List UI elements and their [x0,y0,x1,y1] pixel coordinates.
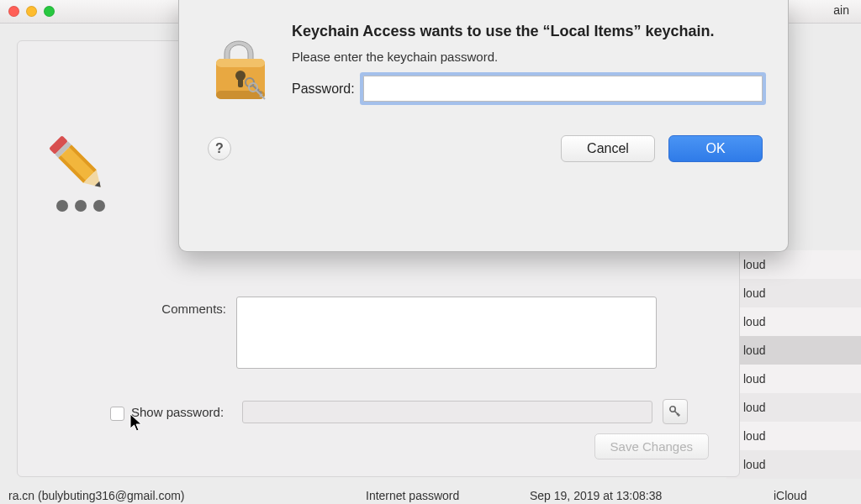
password-input[interactable] [363,76,763,102]
list-cell-name: ra.cn (bulybuting316@gmail.com) [8,489,366,504]
padlock-icon [208,22,273,108]
ok-button[interactable]: OK [668,135,763,162]
help-button[interactable]: ? [208,137,231,160]
show-password-label: Show password: [131,405,234,419]
editing-dots [51,200,105,212]
dialog-title: Keychain Access wants to use the “Local … [292,22,763,41]
pencil-icon [32,118,119,205]
background-list-row[interactable]: loud [726,393,861,422]
svg-rect-9 [216,59,265,67]
list-cell-keychain: iCloud [774,489,853,504]
maximize-button[interactable] [44,6,55,17]
save-changes-row: Save Changes [594,433,709,459]
password-display-field[interactable] [242,401,652,423]
editing-indicator [51,125,105,212]
comments-row: Comments: [18,297,716,369]
background-list-row: ra.cn (bulybuting316@gmail.com) Internet… [0,487,861,504]
background-title-fragment: ain [833,3,849,17]
cancel-button[interactable]: Cancel [561,135,655,162]
svg-rect-12 [238,76,243,87]
show-password-checkbox[interactable] [110,407,124,421]
window-controls [8,6,55,17]
keychain-password-dialog: Keychain Access wants to use the “Local … [178,0,789,252]
background-list-row[interactable]: loud [726,450,861,479]
key-icon [668,405,682,418]
background-list-row[interactable]: loud [726,250,861,279]
svg-point-7 [670,407,675,412]
password-label: Password: [292,81,355,97]
comments-label: Comments: [18,297,236,316]
show-password-row: Show password: [18,399,716,424]
background-list-row[interactable]: loud [726,336,861,365]
dialog-subtitle: Please enter the keychain password. [292,50,763,64]
comments-field[interactable] [236,297,657,369]
save-changes-button[interactable]: Save Changes [594,433,709,459]
list-cell-date: Sep 19, 2019 at 13:08:38 [530,489,774,504]
background-list-row[interactable]: loud [726,365,861,393]
minimize-button[interactable] [26,6,37,17]
background-list-row[interactable]: loud [726,307,861,336]
close-button[interactable] [8,6,19,17]
reveal-password-button[interactable] [663,399,688,424]
background-list-row[interactable]: loud [726,279,861,307]
background-list-row[interactable]: loud [726,422,861,450]
list-cell-kind: Internet password [366,489,530,504]
